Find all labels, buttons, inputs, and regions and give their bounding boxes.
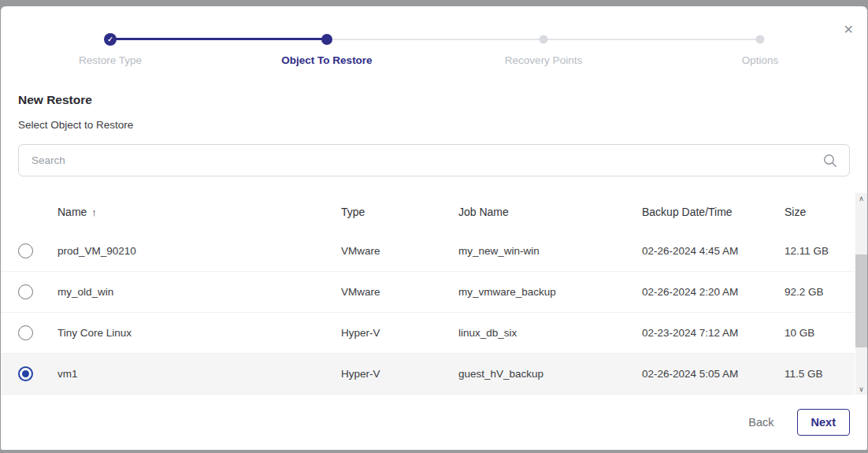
cell-size: 92.2 GB: [785, 286, 855, 298]
scrollbar-thumb[interactable]: [855, 254, 867, 347]
cell-backup-datetime: 02-26-2024 5:05 AM: [642, 368, 785, 380]
cell-type: Hyper-V: [341, 327, 458, 339]
cell-backup-datetime: 02-23-2024 7:12 AM: [642, 327, 785, 339]
table-row[interactable]: vm1 Hyper-V guest_hV_backup 02-26-2024 5…: [1, 354, 855, 395]
close-icon[interactable]: ✕: [844, 24, 854, 36]
cell-type: VMware: [341, 286, 458, 298]
cell-name: Tiny Core Linux: [57, 327, 341, 339]
step-options-label: Options: [742, 54, 779, 66]
column-header-job-name[interactable]: Job Name: [458, 206, 642, 218]
page-subtitle: Select Object to Restore: [18, 119, 850, 131]
column-header-backup-datetime[interactable]: Backup Date/Time: [642, 206, 785, 218]
table-row[interactable]: prod_VM_90210 VMware my_new_win-win 02-2…: [1, 231, 855, 272]
cell-type: Hyper-V: [341, 368, 458, 380]
scrollbar-track[interactable]: [855, 204, 867, 384]
cell-job-name: guest_hV_backup: [458, 368, 642, 380]
step-restore-type-label[interactable]: Restore Type: [79, 54, 142, 66]
table-row[interactable]: my_old_win VMware my_vmware_backup 02-26…: [1, 272, 855, 313]
sort-asc-icon[interactable]: ↑: [91, 206, 97, 218]
column-header-name[interactable]: Name ↑: [57, 206, 341, 218]
step-recovery-points-label: Recovery Points: [505, 54, 582, 66]
cell-name: vm1: [57, 368, 341, 380]
row-radio[interactable]: [18, 325, 33, 340]
table-scrollbar[interactable]: ∧ ∨: [855, 193, 867, 395]
wizard-stepper: ✓ Restore Type Object To Restore Recover…: [1, 6, 867, 76]
scroll-down-icon[interactable]: ∨: [855, 384, 867, 395]
objects-table: Name ↑ Type Job Name Backup Date/Time Si…: [1, 193, 867, 395]
cell-size: 11.5 GB: [785, 368, 855, 380]
dialog-footer: Back Next: [1, 395, 867, 450]
search-box[interactable]: [18, 144, 850, 176]
cell-backup-datetime: 02-26-2024 4:45 AM: [642, 245, 785, 257]
cell-name: my_old_win: [57, 286, 341, 298]
cell-job-name: my_new_win-win: [458, 245, 642, 257]
column-header-size[interactable]: Size: [785, 206, 855, 218]
cell-type: VMware: [341, 245, 458, 257]
step-options-dot-icon: [756, 35, 765, 44]
back-button[interactable]: Back: [748, 416, 773, 429]
next-button[interactable]: Next: [797, 409, 850, 436]
cell-job-name: my_vmware_backup: [458, 286, 642, 298]
new-restore-dialog: ✓ Restore Type Object To Restore Recover…: [1, 6, 867, 450]
row-radio[interactable]: [18, 284, 33, 299]
column-header-type[interactable]: Type: [341, 206, 458, 218]
table-header-row: Name ↑ Type Job Name Backup Date/Time Si…: [1, 193, 855, 231]
step-restore-type-check-icon[interactable]: ✓: [104, 33, 117, 46]
cell-size: 12.11 GB: [785, 245, 855, 257]
cell-size: 10 GB: [785, 327, 855, 339]
step-recovery-points-dot-icon: [540, 35, 548, 44]
page-title: New Restore: [18, 93, 850, 107]
stepper-progress: [110, 38, 327, 40]
scroll-up-icon[interactable]: ∧: [855, 193, 867, 204]
title-block: New Restore Select Object to Restore: [1, 76, 867, 131]
search-input[interactable]: [32, 154, 822, 166]
row-radio[interactable]: [18, 366, 33, 381]
step-object-to-restore-dot-icon[interactable]: [321, 34, 332, 45]
cell-backup-datetime: 02-26-2024 2:20 AM: [642, 286, 785, 298]
row-radio[interactable]: [18, 243, 33, 258]
cell-name: prod_VM_90210: [57, 245, 341, 257]
search-icon[interactable]: [822, 153, 838, 169]
table-row[interactable]: Tiny Core Linux Hyper-V linux_db_six 02-…: [1, 313, 855, 354]
cell-job-name: linux_db_six: [458, 327, 642, 339]
step-object-to-restore-label[interactable]: Object To Restore: [281, 54, 372, 66]
